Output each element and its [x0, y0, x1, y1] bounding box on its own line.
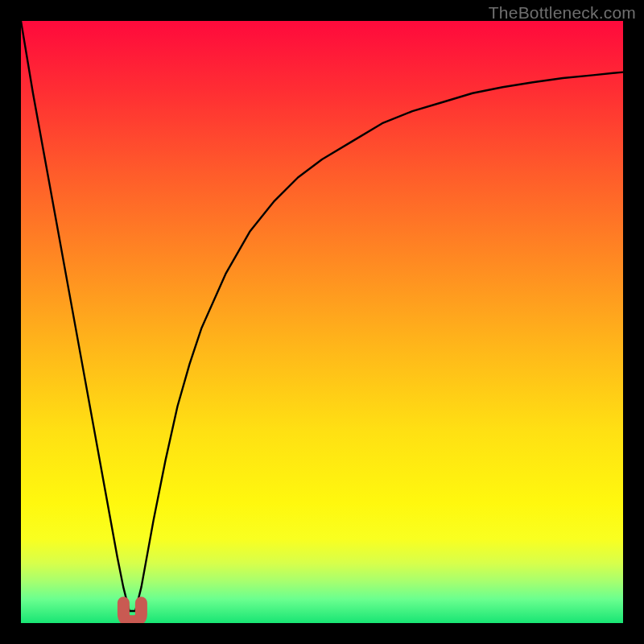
watermark-text: TheBottleneck.com — [489, 3, 636, 23]
plot-area — [21, 21, 623, 623]
chart-frame: TheBottleneck.com — [0, 0, 644, 644]
bottleneck-curve — [21, 21, 623, 623]
minimum-marker — [123, 603, 141, 621]
